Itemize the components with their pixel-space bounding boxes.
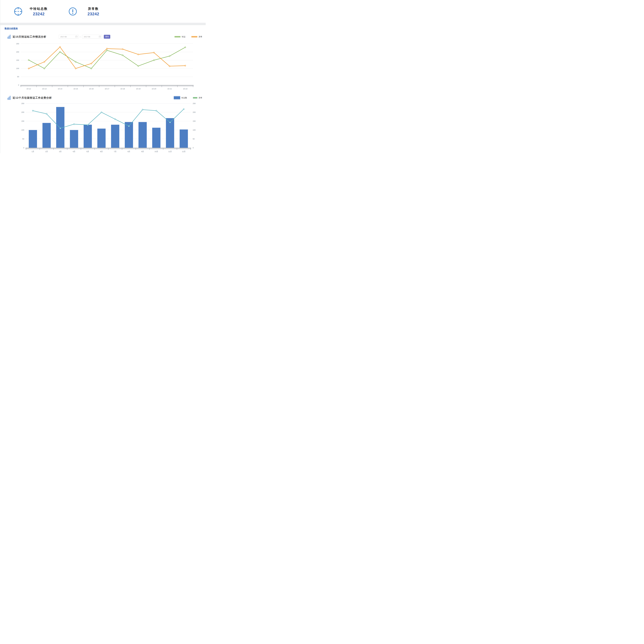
legend-label: 异常 — [199, 36, 202, 38]
svg-text:10-13: 10-13 — [42, 88, 47, 90]
svg-text:200: 200 — [16, 51, 19, 53]
legend-item-zhuanyun[interactable]: 转运 — [175, 36, 185, 38]
svg-text:50: 50 — [17, 76, 19, 78]
svg-text:100: 100 — [16, 67, 19, 69]
svg-text:10-18: 10-18 — [120, 88, 125, 90]
chart2-header: 近12个月垃圾转运工作走势分析 转运数 异常 — [7, 95, 202, 100]
legend-item-yichang[interactable]: 异常 — [191, 36, 202, 38]
start-date-field[interactable] — [59, 35, 79, 39]
svg-text:8月: 8月 — [128, 151, 130, 152]
chart-block-15days: 近15天转运站工作情况分析 — — [0, 34, 206, 91]
calendar-icon[interactable] — [99, 36, 101, 38]
svg-text:4月: 4月 — [73, 151, 75, 152]
svg-text:50: 50 — [22, 138, 24, 140]
svg-text:7月: 7月 — [114, 151, 117, 152]
bar-chart-icon — [7, 35, 11, 39]
stat-card-abnormal: 异常数 23242 — [68, 7, 104, 16]
svg-text:100: 100 — [21, 129, 24, 131]
stat-label-abnormal: 异常数 — [83, 7, 104, 11]
svg-text:250: 250 — [21, 103, 24, 104]
end-date-field[interactable] — [82, 35, 102, 39]
svg-text:250: 250 — [16, 43, 19, 45]
stat-value-abnormal: 23242 — [83, 12, 104, 16]
svg-text:0: 0 — [23, 147, 24, 149]
start-date-input[interactable] — [60, 36, 75, 38]
svg-text:11月: 11月 — [168, 151, 172, 152]
svg-text:3月: 3月 — [59, 151, 62, 152]
chart2-title: 近12个月垃圾转运工作走势分析 — [13, 96, 52, 100]
svg-text:250: 250 — [193, 103, 196, 104]
date-filter: — 查询 — [59, 35, 110, 39]
stat-label-transfer-total: 中转站总数 — [28, 7, 49, 11]
bar-swatch — [174, 96, 180, 100]
legend-label: 转运数 — [181, 97, 187, 99]
line-swatch — [193, 97, 197, 99]
svg-text:10月: 10月 — [154, 151, 158, 152]
legend-label: 转运 — [182, 36, 185, 38]
calendar-icon[interactable] — [75, 36, 77, 38]
stat-text: 中转站总数 23242 — [28, 7, 49, 16]
stat-text: 异常数 23242 — [83, 7, 104, 16]
query-button[interactable]: 查询 — [104, 35, 110, 39]
svg-text:10-15: 10-15 — [73, 88, 78, 90]
legend-item-zhuanyunshu[interactable]: 转运数 — [174, 96, 187, 100]
svg-text:10-12: 10-12 — [27, 88, 31, 90]
svg-text:10-19: 10-19 — [136, 88, 141, 90]
svg-text:10-14: 10-14 — [58, 88, 62, 90]
svg-text:150: 150 — [21, 120, 24, 122]
svg-text:5月: 5月 — [86, 151, 89, 152]
legend-item-yichang[interactable]: 异常 — [193, 97, 202, 99]
svg-text:12月: 12月 — [182, 151, 186, 152]
svg-text:9月: 9月 — [141, 151, 144, 152]
stats-panel: 中转站总数 23242 异常数 23242 — [0, 0, 206, 23]
svg-text:200: 200 — [193, 111, 196, 113]
crosshair-target-icon — [14, 7, 23, 16]
bar-line-chart-12months: 0050501001001501502002002502501月2月3月4月5月… — [0, 101, 201, 153]
svg-text:200: 200 — [21, 111, 24, 113]
svg-text:100: 100 — [193, 129, 196, 131]
line-swatch — [175, 36, 180, 38]
svg-text:0: 0 — [18, 84, 19, 86]
stat-card-transfer-total: 中转站总数 23242 — [14, 7, 49, 16]
svg-text:50: 50 — [193, 138, 195, 140]
chart1-header: 近15天转运站工作情况分析 — — [7, 34, 202, 39]
svg-text:150: 150 — [193, 120, 196, 122]
bar-chart-icon — [7, 96, 11, 100]
svg-text:10-16: 10-16 — [89, 88, 94, 90]
svg-text:0: 0 — [193, 147, 194, 149]
stat-value-transfer-total: 23242 — [28, 12, 49, 16]
date-range-separator: — — [79, 36, 81, 38]
line-swatch — [191, 36, 197, 38]
end-date-input[interactable] — [84, 36, 98, 38]
exclamation-circle-icon — [68, 7, 77, 16]
charts-panel: 数据分析图表 近15天转运站工作情况分析 — [0, 25, 206, 153]
svg-text:150: 150 — [16, 59, 19, 61]
dashboard-page: 中转站总数 23242 异常数 23242 数据分析图表 — [0, 0, 206, 153]
svg-text:10-17: 10-17 — [105, 88, 109, 90]
svg-text:1月: 1月 — [32, 151, 34, 152]
svg-text:10-21: 10-21 — [167, 88, 172, 90]
chart2-legend: 转运数 异常 — [174, 96, 202, 100]
line-chart-15days: 05010015020025010-1210-1310-1410-1510-16… — [0, 40, 201, 91]
svg-text:2月: 2月 — [45, 151, 48, 152]
panel-divider — [0, 23, 206, 25]
chart1-legend: 转运 异常 — [175, 36, 202, 38]
svg-text:10-22: 10-22 — [183, 88, 188, 90]
chart-block-12months: 近12个月垃圾转运工作走势分析 转运数 异常 00505010010015015… — [0, 95, 206, 153]
chart1-title: 近15天转运站工作情况分析 — [13, 35, 46, 39]
section-title-link[interactable]: 数据分析图表 — [5, 27, 18, 30]
legend-label: 异常 — [199, 97, 202, 99]
svg-text:6月: 6月 — [100, 151, 103, 152]
svg-text:10-20: 10-20 — [152, 88, 156, 90]
